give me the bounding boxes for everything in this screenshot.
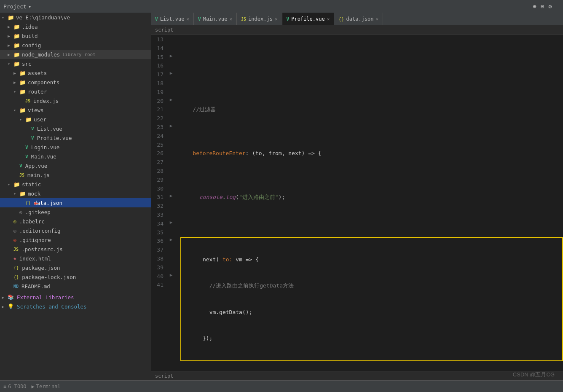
sidebar-item-user[interactable]: ▾ 📁 user (0, 115, 151, 124)
sidebar-item-login-vue[interactable]: ▶ V Login.vue (0, 142, 151, 152)
highlight-box-1: next( to: vm => { //进入路由之前执行getData方法 vm… (180, 237, 563, 361)
sidebar-item-postcssrc[interactable]: ▶ JS .postcssrc.js (0, 244, 151, 254)
code-line-13 (180, 62, 563, 70)
tab-bar: V List.vue ✕ V Main.vue ✕ JS index.js ✕ … (151, 13, 563, 25)
sidebar-item-router-index[interactable]: ▶ JS index.js (0, 96, 151, 105)
code-line-19: vm.getData(); (183, 308, 560, 317)
sidebar-item-gitignore[interactable]: ▶ ◎ .gitignore (0, 235, 151, 244)
minimize-icon[interactable]: — (556, 3, 560, 10)
settings-icon[interactable]: ⚙ (548, 3, 552, 10)
tab-index-js[interactable]: JS index.js ✕ (237, 13, 282, 25)
code-line-14: //过滤器 (180, 105, 563, 114)
editor-area: V List.vue ✕ V Main.vue ✕ JS index.js ✕ … (151, 13, 563, 380)
tab-profile-vue[interactable]: V Profile.vue ✕ (282, 13, 335, 25)
gutter: ▶ ▶ ▶ ▶ ▶ ▶ ▶ (167, 35, 175, 367)
sidebar-item-mock[interactable]: ▾ 📁 mock (0, 189, 151, 198)
watermark: CSDN @五月CG (513, 371, 555, 379)
tab-main-vue[interactable]: V Main.vue ✕ (194, 13, 237, 25)
code-container[interactable]: 13 14 15 16 17 18 19 20 21 22 23 24 25 2… (151, 35, 563, 371)
sidebar-item-main-vue[interactable]: ▶ V Main.vue (0, 152, 151, 161)
sidebar-item-external-libs[interactable]: ▶ 📚 External Libraries (0, 293, 151, 302)
breadcrumb-text: script (155, 27, 173, 33)
sidebar-item-profile-vue[interactable]: ▶ V Profile.vue (0, 133, 151, 142)
sidebar-item-gitkeep[interactable]: ▶ ◎ .gitkeep (0, 207, 151, 217)
code-line-16: console.log("进入路由之前"); (180, 193, 563, 202)
split-icon[interactable]: ⊟ (541, 3, 544, 10)
sidebar-item-editorconfig[interactable]: ▶ ◎ .editorconfig (0, 226, 151, 235)
breadcrumb: script (151, 25, 563, 35)
sidebar-item-list-vue[interactable]: ▶ V List.vue (0, 124, 151, 133)
title-bar: Project ▾ ⊕ ⊟ ⚙ — (0, 0, 563, 13)
sidebar-item-views[interactable]: ▾ 📁 views (0, 105, 151, 115)
sidebar-item-node-modules[interactable]: ▶ 📁 node_modules library root (0, 50, 151, 59)
todo-label[interactable]: ≡ 6 TODO (3, 384, 27, 389)
code-line-15: beforeRouteEnter: (to, from, next) => { (180, 149, 563, 158)
tab-data-json[interactable]: {} data.json ✕ (334, 13, 383, 25)
terminal-label[interactable]: ▶ Terminal (32, 384, 61, 389)
main-layout: ▾ 📁 ve E:\qianduan\ve ▶ 📁 .idea ▶ 📁 buil… (0, 13, 563, 380)
line-numbers: 13 14 15 16 17 18 19 20 21 22 23 24 25 2… (151, 35, 167, 367)
sidebar-item-config[interactable]: ▶ 📁 config (0, 40, 151, 50)
project-label: Project ▾ (3, 3, 32, 10)
tab-close-main[interactable]: ✕ (229, 16, 232, 22)
sidebar-item-readme[interactable]: ▶ MD README.md (0, 282, 151, 291)
bottom-breadcrumb: script (151, 371, 563, 380)
sidebar-item-idea[interactable]: ▶ 📁 .idea (0, 22, 151, 31)
sidebar-item-package-json[interactable]: ▶ {} package.json (0, 263, 151, 272)
sidebar-item-babelrc[interactable]: ▶ ◎ .babelrc (0, 217, 151, 226)
sidebar-item-main-js[interactable]: ▶ JS main.js (0, 170, 151, 180)
tab-close-data[interactable]: ✕ (376, 16, 379, 22)
sidebar-item-data-json[interactable]: ▶ {} data.json ➜ (0, 198, 151, 207)
project-dropdown-icon[interactable]: ▾ (28, 3, 32, 10)
code-line-20: }); (183, 334, 560, 343)
sidebar-item-app-vue[interactable]: ▶ V App.vue (0, 161, 151, 170)
code-line-18: //进入路由之前执行getData方法 (183, 282, 560, 290)
code-line-17: next( to: vm => { (183, 255, 560, 264)
sidebar-item-assets[interactable]: ▶ 📁 assets (0, 68, 151, 78)
sidebar-item-index-html[interactable]: ▶ ◈ index.html (0, 254, 151, 263)
sidebar-item-components[interactable]: ▶ 📁 components (0, 78, 151, 87)
sidebar-item-ve[interactable]: ▾ 📁 ve E:\qianduan\ve (0, 13, 151, 22)
tab-list-vue[interactable]: V List.vue ✕ (151, 13, 194, 25)
bottom-toolbar: ≡ 6 TODO ▶ Terminal (0, 380, 563, 392)
code-content[interactable]: //过滤器 beforeRouteEnter: (to, from, next)… (175, 35, 563, 367)
add-icon[interactable]: ⊕ (533, 3, 536, 10)
sidebar-item-scratches[interactable]: ▶ 💡 Scratches and Consoles (0, 302, 151, 311)
tab-close-profile[interactable]: ✕ (327, 16, 330, 22)
sidebar-item-build[interactable]: ▶ 📁 build (0, 31, 151, 40)
sidebar: ▾ 📁 ve E:\qianduan\ve ▶ 📁 .idea ▶ 📁 buil… (0, 13, 151, 380)
sidebar-item-src[interactable]: ▾ 📁 src (0, 59, 151, 68)
tab-close-list[interactable]: ✕ (186, 16, 189, 22)
sidebar-item-package-lock[interactable]: ▶ {} package-lock.json (0, 272, 151, 282)
sidebar-item-router[interactable]: ▾ 📁 router (0, 87, 151, 96)
tab-close-index[interactable]: ✕ (275, 16, 278, 22)
sidebar-item-static[interactable]: ▾ 📁 static (0, 180, 151, 189)
